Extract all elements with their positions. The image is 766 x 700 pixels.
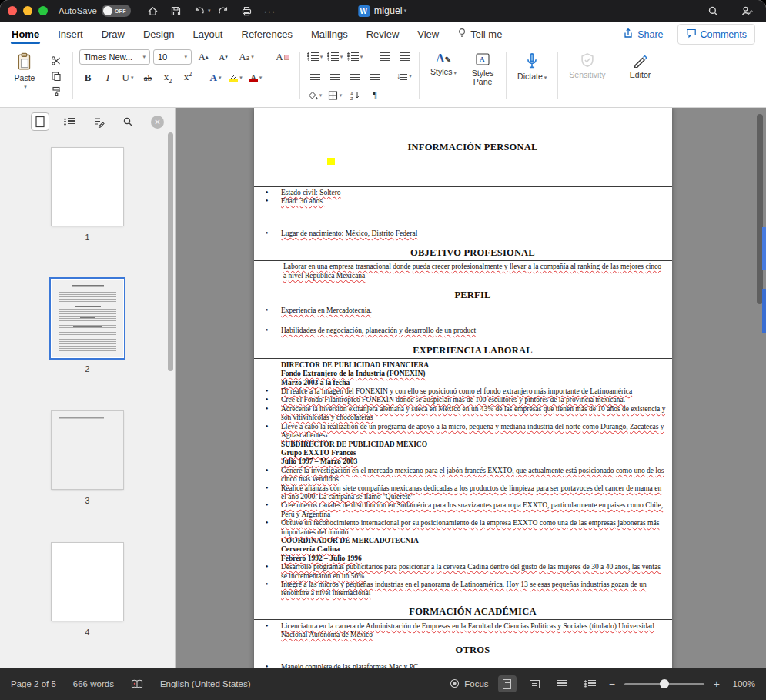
document-page[interactable]: INFORMACIÓN PERSONALEstado civil: Solter… bbox=[254, 108, 672, 668]
thumbnail-page[interactable] bbox=[52, 148, 123, 226]
tab-tell-me[interactable]: Tell me bbox=[457, 22, 503, 46]
highlight-icon[interactable]: ▾ bbox=[227, 70, 244, 85]
search-icon[interactable] bbox=[704, 3, 722, 18]
headings-icon[interactable] bbox=[60, 112, 79, 131]
misspelled-word: las bbox=[504, 405, 513, 413]
thumbnail-page[interactable] bbox=[52, 543, 123, 621]
misspelled-word: – bbox=[324, 554, 328, 562]
change-case-button[interactable]: Aa▾ bbox=[235, 50, 258, 65]
tab-references[interactable]: References bbox=[241, 23, 293, 45]
text-effects-icon[interactable]: A▾ bbox=[207, 70, 224, 85]
minimize-window-button[interactable] bbox=[23, 6, 32, 15]
align-center-icon[interactable] bbox=[326, 69, 343, 83]
font-name-select[interactable]: Times New...▾ bbox=[79, 49, 150, 65]
close-window-button[interactable] bbox=[8, 6, 17, 15]
decrease-indent-icon[interactable] bbox=[376, 49, 393, 64]
thumbnail-page[interactable] bbox=[52, 411, 123, 489]
underline-icon[interactable]: U▾ bbox=[119, 70, 136, 85]
styles-pane-button[interactable]: A StylesPane bbox=[466, 49, 500, 102]
bold-icon[interactable]: B bbox=[79, 70, 96, 85]
save-icon[interactable] bbox=[167, 3, 186, 18]
zoom-slider-knob[interactable] bbox=[660, 679, 669, 688]
autosave-toggle[interactable]: OFF bbox=[102, 5, 131, 17]
zoom-out-button[interactable]: − bbox=[609, 678, 615, 690]
account-icon[interactable] bbox=[738, 3, 756, 18]
copy-icon[interactable] bbox=[48, 69, 65, 83]
numbering-icon[interactable]: ▾ bbox=[326, 49, 343, 64]
thumbnails-icon[interactable] bbox=[31, 112, 49, 131]
borders-icon[interactable]: ▾ bbox=[326, 88, 343, 102]
align-left-icon[interactable] bbox=[306, 69, 323, 83]
document-scrollbar-thumb[interactable] bbox=[757, 114, 763, 304]
nav-search-icon[interactable] bbox=[119, 112, 137, 131]
tab-insert[interactable]: Insert bbox=[57, 23, 84, 45]
print-icon[interactable] bbox=[237, 3, 256, 18]
sidebar-scrollbar-thumb[interactable] bbox=[168, 132, 173, 371]
tab-layout[interactable]: Layout bbox=[192, 23, 223, 45]
language-selector[interactable]: English (United States) bbox=[160, 679, 251, 688]
sidebar-scrollbar[interactable] bbox=[168, 132, 173, 641]
comments-button[interactable]: Comments bbox=[677, 24, 755, 45]
proofing-book-icon[interactable] bbox=[131, 679, 143, 689]
page-indicator[interactable]: Page 2 of 5 bbox=[11, 679, 56, 688]
print-layout-icon[interactable] bbox=[498, 675, 517, 692]
outline-view-icon[interactable] bbox=[554, 675, 572, 692]
strikethrough-icon[interactable]: ab bbox=[139, 70, 156, 85]
tab-home[interactable]: Home bbox=[11, 23, 40, 45]
word-count[interactable]: 666 words bbox=[73, 679, 114, 688]
tab-review[interactable]: Review bbox=[366, 23, 400, 45]
document-canvas[interactable]: INFORMACIÓN PERSONALEstado civil: Solter… bbox=[176, 108, 766, 668]
undo-icon[interactable] bbox=[190, 3, 209, 18]
fullscreen-window-button[interactable] bbox=[38, 6, 48, 15]
draft-view-icon[interactable] bbox=[581, 675, 600, 692]
multilevel-list-icon[interactable]: ▾ bbox=[346, 49, 363, 64]
format-painter-icon[interactable] bbox=[48, 84, 65, 99]
superscript-icon[interactable]: x2 bbox=[179, 70, 196, 85]
zoom-slider[interactable] bbox=[624, 683, 704, 685]
document-title[interactable]: miguel bbox=[374, 5, 403, 16]
edit-list-icon[interactable] bbox=[89, 112, 108, 131]
dictate-button[interactable]: Dictate▾ bbox=[513, 49, 551, 102]
tab-draw[interactable]: Draw bbox=[101, 23, 125, 45]
styles-button[interactable]: A✎ Styles▾ bbox=[426, 49, 461, 102]
paste-button[interactable]: Paste▾ bbox=[8, 49, 42, 102]
justify-icon[interactable] bbox=[366, 69, 383, 83]
home-icon[interactable] bbox=[144, 3, 162, 18]
zoom-level[interactable]: 100% bbox=[729, 679, 755, 688]
font-color-icon[interactable]: A▾ bbox=[247, 70, 264, 85]
undo-dropdown-icon[interactable]: ▾ bbox=[208, 8, 211, 14]
tab-design[interactable]: Design bbox=[142, 23, 175, 45]
zoom-in-button[interactable]: + bbox=[714, 678, 720, 690]
dictate-dropdown-icon[interactable]: ▾ bbox=[544, 75, 547, 80]
grow-font-button[interactable]: A▴ bbox=[195, 50, 212, 65]
font-size-select[interactable]: 10▾ bbox=[153, 49, 192, 65]
styles-dropdown-icon[interactable]: ▾ bbox=[454, 70, 457, 75]
focus-button[interactable]: Focus bbox=[450, 678, 488, 690]
paste-dropdown-icon[interactable]: ▾ bbox=[24, 84, 27, 90]
redo-icon[interactable] bbox=[214, 3, 232, 18]
document-scrollbar[interactable] bbox=[757, 114, 763, 661]
align-right-icon[interactable] bbox=[346, 69, 363, 83]
line-spacing-icon[interactable]: ↕▾ bbox=[396, 69, 413, 83]
title-chevron-down-icon[interactable]: ▾ bbox=[404, 8, 407, 14]
shading-icon[interactable]: ▾ bbox=[306, 88, 323, 102]
close-pane-icon[interactable]: ✕ bbox=[151, 116, 164, 129]
sort-icon[interactable]: AZ bbox=[346, 88, 363, 102]
tab-mailings[interactable]: Mailings bbox=[310, 23, 349, 45]
clear-formatting-button[interactable]: A bbox=[272, 50, 293, 65]
bullets-icon[interactable]: ▾ bbox=[306, 49, 323, 64]
misspelled-word: a bbox=[303, 581, 306, 588]
tab-view[interactable]: View bbox=[416, 23, 440, 45]
misspelled-word: investigación bbox=[311, 467, 350, 474]
italic-icon[interactable]: I bbox=[99, 70, 116, 85]
thumbnail-page[interactable] bbox=[52, 280, 123, 357]
web-layout-icon[interactable] bbox=[526, 675, 544, 692]
more-icon[interactable]: ··· bbox=[260, 3, 279, 18]
increase-indent-icon[interactable] bbox=[396, 49, 413, 64]
editor-button[interactable]: Editor bbox=[624, 49, 657, 102]
subscript-icon[interactable]: x2 bbox=[159, 70, 176, 85]
share-button[interactable]: Share bbox=[623, 28, 663, 41]
pilcrow-icon[interactable]: ¶ bbox=[366, 88, 383, 102]
cut-icon[interactable] bbox=[48, 53, 65, 68]
shrink-font-button[interactable]: A▾ bbox=[215, 50, 232, 65]
